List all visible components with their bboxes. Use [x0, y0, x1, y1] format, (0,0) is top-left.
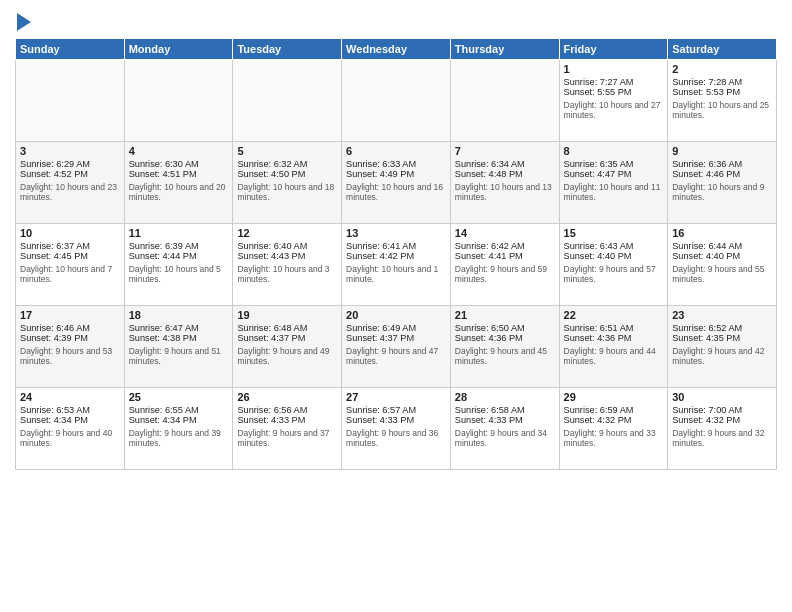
sunrise-text: Sunrise: 6:40 AM [237, 241, 337, 251]
calendar-cell: 18Sunrise: 6:47 AMSunset: 4:38 PMDayligh… [124, 305, 233, 387]
sunset-text: Sunset: 4:33 PM [346, 415, 446, 425]
logo-text [15, 14, 31, 34]
daylight-text: Daylight: 10 hours and 18 minutes. [237, 182, 337, 202]
calendar-cell: 27Sunrise: 6:57 AMSunset: 4:33 PMDayligh… [342, 387, 451, 469]
day-number: 3 [20, 145, 120, 157]
sunrise-text: Sunrise: 6:44 AM [672, 241, 772, 251]
day-number: 22 [564, 309, 664, 321]
daylight-text: Daylight: 10 hours and 13 minutes. [455, 182, 555, 202]
daylight-text: Daylight: 10 hours and 11 minutes. [564, 182, 664, 202]
sunset-text: Sunset: 4:38 PM [129, 333, 229, 343]
sunrise-text: Sunrise: 7:27 AM [564, 77, 664, 87]
day-number: 25 [129, 391, 229, 403]
sunset-text: Sunset: 4:50 PM [237, 169, 337, 179]
calendar-cell: 29Sunrise: 6:59 AMSunset: 4:32 PMDayligh… [559, 387, 668, 469]
sunset-text: Sunset: 4:35 PM [672, 333, 772, 343]
day-number: 28 [455, 391, 555, 403]
week-row-4: 24Sunrise: 6:53 AMSunset: 4:34 PMDayligh… [16, 387, 777, 469]
day-number: 2 [672, 63, 772, 75]
calendar-cell: 6Sunrise: 6:33 AMSunset: 4:49 PMDaylight… [342, 141, 451, 223]
calendar-cell: 11Sunrise: 6:39 AMSunset: 4:44 PMDayligh… [124, 223, 233, 305]
calendar-cell: 13Sunrise: 6:41 AMSunset: 4:42 PMDayligh… [342, 223, 451, 305]
calendar-cell [16, 59, 125, 141]
calendar-cell: 4Sunrise: 6:30 AMSunset: 4:51 PMDaylight… [124, 141, 233, 223]
day-number: 5 [237, 145, 337, 157]
sunrise-text: Sunrise: 6:57 AM [346, 405, 446, 415]
sunset-text: Sunset: 5:55 PM [564, 87, 664, 97]
sunset-text: Sunset: 4:47 PM [564, 169, 664, 179]
sunset-text: Sunset: 4:42 PM [346, 251, 446, 261]
calendar-cell: 12Sunrise: 6:40 AMSunset: 4:43 PMDayligh… [233, 223, 342, 305]
daylight-text: Daylight: 10 hours and 27 minutes. [564, 100, 664, 120]
sunrise-text: Sunrise: 6:35 AM [564, 159, 664, 169]
calendar-cell [124, 59, 233, 141]
calendar-cell: 20Sunrise: 6:49 AMSunset: 4:37 PMDayligh… [342, 305, 451, 387]
day-number: 9 [672, 145, 772, 157]
daylight-text: Daylight: 9 hours and 40 minutes. [20, 428, 120, 448]
header [15, 10, 777, 34]
calendar-cell: 30Sunrise: 7:00 AMSunset: 4:32 PMDayligh… [668, 387, 777, 469]
sunset-text: Sunset: 4:37 PM [346, 333, 446, 343]
sunrise-text: Sunrise: 6:59 AM [564, 405, 664, 415]
calendar-cell: 22Sunrise: 6:51 AMSunset: 4:36 PMDayligh… [559, 305, 668, 387]
sunrise-text: Sunrise: 7:28 AM [672, 77, 772, 87]
calendar-cell [450, 59, 559, 141]
calendar-cell: 24Sunrise: 6:53 AMSunset: 4:34 PMDayligh… [16, 387, 125, 469]
sunset-text: Sunset: 4:37 PM [237, 333, 337, 343]
calendar-cell: 9Sunrise: 6:36 AMSunset: 4:46 PMDaylight… [668, 141, 777, 223]
calendar-table: SundayMondayTuesdayWednesdayThursdayFrid… [15, 38, 777, 470]
daylight-text: Daylight: 9 hours and 49 minutes. [237, 346, 337, 366]
sunset-text: Sunset: 4:36 PM [564, 333, 664, 343]
sunset-text: Sunset: 4:46 PM [672, 169, 772, 179]
day-number: 16 [672, 227, 772, 239]
logo-arrow-icon [17, 13, 31, 31]
daylight-text: Daylight: 10 hours and 20 minutes. [129, 182, 229, 202]
sunrise-text: Sunrise: 6:33 AM [346, 159, 446, 169]
sunrise-text: Sunrise: 6:36 AM [672, 159, 772, 169]
header-row: SundayMondayTuesdayWednesdayThursdayFrid… [16, 38, 777, 59]
sunset-text: Sunset: 4:43 PM [237, 251, 337, 261]
calendar-cell: 23Sunrise: 6:52 AMSunset: 4:35 PMDayligh… [668, 305, 777, 387]
day-number: 30 [672, 391, 772, 403]
daylight-text: Daylight: 10 hours and 3 minutes. [237, 264, 337, 284]
sunrise-text: Sunrise: 6:34 AM [455, 159, 555, 169]
calendar-cell [233, 59, 342, 141]
sunset-text: Sunset: 4:34 PM [20, 415, 120, 425]
sunset-text: Sunset: 5:53 PM [672, 87, 772, 97]
daylight-text: Daylight: 9 hours and 39 minutes. [129, 428, 229, 448]
calendar-cell: 15Sunrise: 6:43 AMSunset: 4:40 PMDayligh… [559, 223, 668, 305]
header-day-monday: Monday [124, 38, 233, 59]
daylight-text: Daylight: 9 hours and 42 minutes. [672, 346, 772, 366]
calendar-cell: 2Sunrise: 7:28 AMSunset: 5:53 PMDaylight… [668, 59, 777, 141]
daylight-text: Daylight: 9 hours and 44 minutes. [564, 346, 664, 366]
sunset-text: Sunset: 4:36 PM [455, 333, 555, 343]
sunset-text: Sunset: 4:45 PM [20, 251, 120, 261]
calendar-cell: 28Sunrise: 6:58 AMSunset: 4:33 PMDayligh… [450, 387, 559, 469]
daylight-text: Daylight: 10 hours and 23 minutes. [20, 182, 120, 202]
week-row-1: 3Sunrise: 6:29 AMSunset: 4:52 PMDaylight… [16, 141, 777, 223]
sunrise-text: Sunrise: 6:56 AM [237, 405, 337, 415]
calendar-cell: 25Sunrise: 6:55 AMSunset: 4:34 PMDayligh… [124, 387, 233, 469]
sunset-text: Sunset: 4:39 PM [20, 333, 120, 343]
header-day-tuesday: Tuesday [233, 38, 342, 59]
daylight-text: Daylight: 10 hours and 25 minutes. [672, 100, 772, 120]
sunrise-text: Sunrise: 6:43 AM [564, 241, 664, 251]
week-row-2: 10Sunrise: 6:37 AMSunset: 4:45 PMDayligh… [16, 223, 777, 305]
sunrise-text: Sunrise: 6:58 AM [455, 405, 555, 415]
sunset-text: Sunset: 4:51 PM [129, 169, 229, 179]
page-container: SundayMondayTuesdayWednesdayThursdayFrid… [0, 0, 792, 475]
day-number: 20 [346, 309, 446, 321]
day-number: 11 [129, 227, 229, 239]
sunrise-text: Sunrise: 6:39 AM [129, 241, 229, 251]
sunset-text: Sunset: 4:40 PM [564, 251, 664, 261]
day-number: 24 [20, 391, 120, 403]
daylight-text: Daylight: 9 hours and 32 minutes. [672, 428, 772, 448]
day-number: 13 [346, 227, 446, 239]
day-number: 14 [455, 227, 555, 239]
calendar-cell: 8Sunrise: 6:35 AMSunset: 4:47 PMDaylight… [559, 141, 668, 223]
week-row-0: 1Sunrise: 7:27 AMSunset: 5:55 PMDaylight… [16, 59, 777, 141]
sunset-text: Sunset: 4:41 PM [455, 251, 555, 261]
header-day-sunday: Sunday [16, 38, 125, 59]
sunrise-text: Sunrise: 6:53 AM [20, 405, 120, 415]
calendar-cell [342, 59, 451, 141]
